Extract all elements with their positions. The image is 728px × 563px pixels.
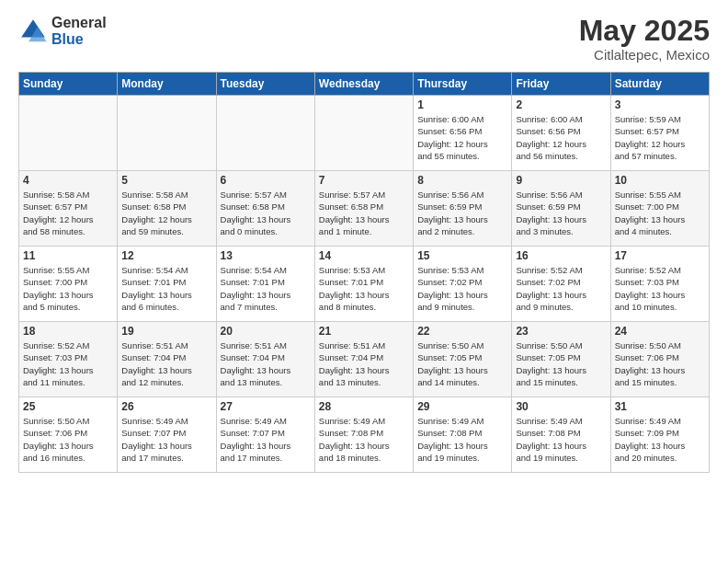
day-number: 21	[319, 325, 409, 338]
calendar-cell: 16Sunrise: 5:52 AM Sunset: 7:02 PM Dayli…	[512, 247, 610, 322]
logo: General Blue	[18, 15, 107, 47]
day-info: Sunrise: 5:50 AM Sunset: 7:06 PM Dayligh…	[23, 415, 113, 464]
location: Citlaltepec, Mexico	[579, 47, 710, 63]
calendar-cell: 30Sunrise: 5:49 AM Sunset: 7:08 PM Dayli…	[512, 397, 610, 473]
day-info: Sunrise: 5:49 AM Sunset: 7:08 PM Dayligh…	[417, 415, 507, 464]
day-number: 13	[221, 249, 311, 262]
day-number: 31	[615, 400, 705, 413]
calendar-cell: 14Sunrise: 5:53 AM Sunset: 7:01 PM Dayli…	[314, 247, 413, 322]
calendar-cell: 4Sunrise: 5:58 AM Sunset: 6:57 PM Daylig…	[19, 171, 118, 247]
day-number: 12	[121, 249, 211, 262]
day-info: Sunrise: 6:00 AM Sunset: 6:56 PM Dayligh…	[417, 113, 507, 162]
day-number: 24	[615, 325, 705, 338]
calendar-cell: 26Sunrise: 5:49 AM Sunset: 7:07 PM Dayli…	[118, 397, 216, 473]
calendar-cell: 27Sunrise: 5:49 AM Sunset: 7:07 PM Dayli…	[216, 397, 314, 473]
day-number: 3	[615, 98, 705, 111]
day-info: Sunrise: 5:56 AM Sunset: 6:59 PM Dayligh…	[516, 189, 606, 237]
calendar-cell: 5Sunrise: 5:58 AM Sunset: 6:58 PM Daylig…	[118, 171, 216, 247]
logo-general-text: General	[51, 15, 107, 31]
day-number: 27	[221, 400, 311, 413]
calendar-cell: 18Sunrise: 5:52 AM Sunset: 7:03 PM Dayli…	[19, 322, 118, 397]
day-info: Sunrise: 5:59 AM Sunset: 6:57 PM Dayligh…	[615, 113, 705, 162]
day-info: Sunrise: 5:51 AM Sunset: 7:04 PM Dayligh…	[121, 339, 211, 388]
day-number: 10	[615, 174, 705, 187]
day-info: Sunrise: 5:51 AM Sunset: 7:04 PM Dayligh…	[221, 339, 311, 388]
day-info: Sunrise: 5:52 AM Sunset: 7:02 PM Dayligh…	[516, 264, 606, 313]
calendar-cell	[216, 96, 314, 171]
calendar-cell: 9Sunrise: 5:56 AM Sunset: 6:59 PM Daylig…	[512, 171, 610, 247]
day-info: Sunrise: 6:00 AM Sunset: 6:56 PM Dayligh…	[516, 113, 606, 162]
day-info: Sunrise: 5:51 AM Sunset: 7:04 PM Dayligh…	[319, 339, 409, 388]
day-number: 30	[516, 400, 606, 413]
day-number: 19	[121, 325, 211, 338]
calendar-cell: 12Sunrise: 5:54 AM Sunset: 7:01 PM Dayli…	[118, 247, 216, 322]
header: General Blue May 2025 Citlaltepec, Mexic…	[18, 15, 710, 63]
day-number: 5	[121, 174, 211, 187]
calendar-cell: 11Sunrise: 5:55 AM Sunset: 7:00 PM Dayli…	[19, 247, 118, 322]
day-info: Sunrise: 5:58 AM Sunset: 6:58 PM Dayligh…	[121, 189, 211, 237]
calendar-cell: 21Sunrise: 5:51 AM Sunset: 7:04 PM Dayli…	[314, 322, 413, 397]
calendar-cell: 13Sunrise: 5:54 AM Sunset: 7:01 PM Dayli…	[216, 247, 314, 322]
calendar-day-header: Friday	[512, 73, 610, 96]
day-number: 6	[221, 174, 311, 187]
calendar-cell: 17Sunrise: 5:52 AM Sunset: 7:03 PM Dayli…	[610, 247, 709, 322]
day-info: Sunrise: 5:53 AM Sunset: 7:01 PM Dayligh…	[319, 264, 409, 313]
day-info: Sunrise: 5:57 AM Sunset: 6:58 PM Dayligh…	[319, 189, 409, 237]
calendar-cell: 29Sunrise: 5:49 AM Sunset: 7:08 PM Dayli…	[414, 397, 512, 473]
calendar-week-row: 4Sunrise: 5:58 AM Sunset: 6:57 PM Daylig…	[19, 171, 710, 247]
day-number: 15	[417, 249, 507, 262]
day-number: 1	[417, 98, 507, 111]
day-info: Sunrise: 5:50 AM Sunset: 7:05 PM Dayligh…	[417, 339, 507, 388]
day-number: 29	[417, 400, 507, 413]
calendar-week-row: 18Sunrise: 5:52 AM Sunset: 7:03 PM Dayli…	[19, 322, 710, 397]
calendar-cell: 22Sunrise: 5:50 AM Sunset: 7:05 PM Dayli…	[414, 322, 512, 397]
calendar-day-header: Monday	[118, 73, 216, 96]
calendar: SundayMondayTuesdayWednesdayThursdayFrid…	[18, 72, 710, 473]
day-info: Sunrise: 5:49 AM Sunset: 7:07 PM Dayligh…	[121, 415, 211, 464]
calendar-day-header: Saturday	[610, 73, 709, 96]
day-info: Sunrise: 5:50 AM Sunset: 7:05 PM Dayligh…	[516, 339, 606, 388]
calendar-cell: 10Sunrise: 5:55 AM Sunset: 7:00 PM Dayli…	[610, 171, 709, 247]
day-info: Sunrise: 5:52 AM Sunset: 7:03 PM Dayligh…	[23, 339, 113, 388]
day-number: 18	[23, 325, 113, 338]
calendar-header-row: SundayMondayTuesdayWednesdayThursdayFrid…	[19, 73, 710, 96]
logo-text: General Blue	[51, 15, 107, 47]
day-number: 11	[23, 249, 113, 262]
day-info: Sunrise: 5:49 AM Sunset: 7:07 PM Dayligh…	[221, 415, 311, 464]
calendar-cell	[19, 96, 118, 171]
calendar-week-row: 1Sunrise: 6:00 AM Sunset: 6:56 PM Daylig…	[19, 96, 710, 171]
day-number: 4	[23, 174, 113, 187]
day-info: Sunrise: 5:49 AM Sunset: 7:08 PM Dayligh…	[319, 415, 409, 464]
calendar-cell: 20Sunrise: 5:51 AM Sunset: 7:04 PM Dayli…	[216, 322, 314, 397]
calendar-cell	[314, 96, 413, 171]
calendar-cell: 3Sunrise: 5:59 AM Sunset: 6:57 PM Daylig…	[610, 96, 709, 171]
day-info: Sunrise: 5:49 AM Sunset: 7:09 PM Dayligh…	[615, 415, 705, 464]
calendar-cell: 19Sunrise: 5:51 AM Sunset: 7:04 PM Dayli…	[118, 322, 216, 397]
calendar-cell: 31Sunrise: 5:49 AM Sunset: 7:09 PM Dayli…	[610, 397, 709, 473]
calendar-day-header: Thursday	[414, 73, 512, 96]
day-number: 25	[23, 400, 113, 413]
day-number: 8	[417, 174, 507, 187]
calendar-day-header: Sunday	[19, 73, 118, 96]
day-number: 20	[221, 325, 311, 338]
day-info: Sunrise: 5:50 AM Sunset: 7:06 PM Dayligh…	[615, 339, 705, 388]
calendar-cell: 6Sunrise: 5:57 AM Sunset: 6:58 PM Daylig…	[216, 171, 314, 247]
calendar-cell: 24Sunrise: 5:50 AM Sunset: 7:06 PM Dayli…	[610, 322, 709, 397]
calendar-cell: 25Sunrise: 5:50 AM Sunset: 7:06 PM Dayli…	[19, 397, 118, 473]
day-info: Sunrise: 5:54 AM Sunset: 7:01 PM Dayligh…	[121, 264, 211, 313]
month-title: May 2025	[579, 15, 710, 47]
day-number: 23	[516, 325, 606, 338]
calendar-cell: 1Sunrise: 6:00 AM Sunset: 6:56 PM Daylig…	[414, 96, 512, 171]
logo-blue-text: Blue	[51, 31, 107, 48]
calendar-cell: 15Sunrise: 5:53 AM Sunset: 7:02 PM Dayli…	[414, 247, 512, 322]
calendar-cell: 23Sunrise: 5:50 AM Sunset: 7:05 PM Dayli…	[512, 322, 610, 397]
day-info: Sunrise: 5:49 AM Sunset: 7:08 PM Dayligh…	[516, 415, 606, 464]
calendar-day-header: Wednesday	[314, 73, 413, 96]
calendar-week-row: 25Sunrise: 5:50 AM Sunset: 7:06 PM Dayli…	[19, 397, 710, 473]
logo-icon	[18, 17, 48, 46]
day-number: 9	[516, 174, 606, 187]
day-info: Sunrise: 5:54 AM Sunset: 7:01 PM Dayligh…	[221, 264, 311, 313]
day-number: 7	[319, 174, 409, 187]
calendar-cell: 28Sunrise: 5:49 AM Sunset: 7:08 PM Dayli…	[314, 397, 413, 473]
day-info: Sunrise: 5:55 AM Sunset: 7:00 PM Dayligh…	[615, 189, 705, 237]
